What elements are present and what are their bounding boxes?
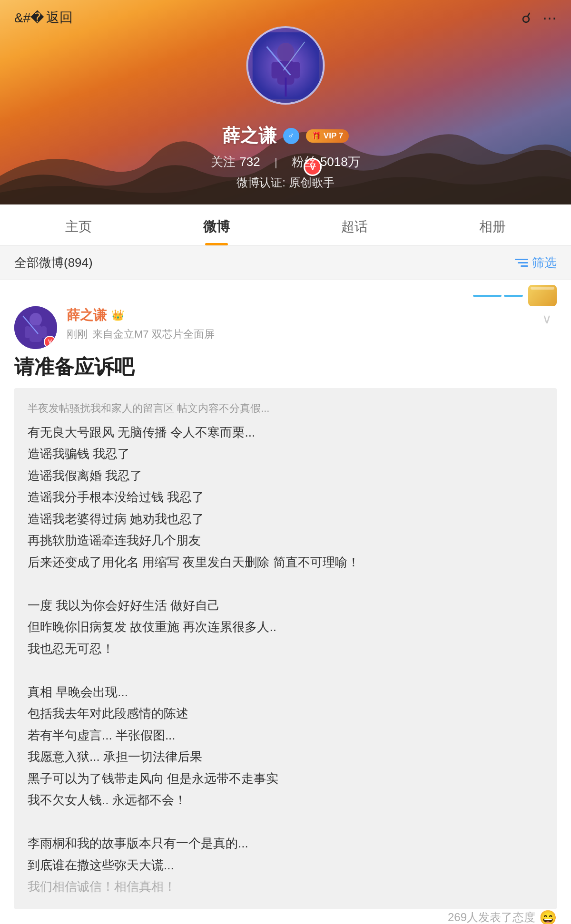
profile-name-row: 薛之谦 ♂ 🎁 VIP 7: [222, 124, 349, 148]
profile-avatar[interactable]: [246, 26, 325, 105]
top-nav: &#� 返回 ☌ ⋯: [0, 0, 571, 31]
post-content-line-3: 造谣我假离婚 我忍了: [28, 465, 543, 487]
post-title: 请准备应诉吧: [14, 349, 557, 388]
post-title-container: 请准备应诉吧: [0, 349, 571, 388]
wave-1: [473, 295, 502, 297]
post-content-line-15: 黑子可以为了钱带走风向 但是永远带不走事实: [28, 768, 543, 790]
post-time: 刚刚: [67, 327, 88, 341]
post-content-line-10: 我也忍无可忍！: [28, 638, 543, 660]
tab-album-label: 相册: [479, 218, 506, 236]
gold-box-decoration: [528, 285, 557, 306]
post-author-name: 薛之谦: [67, 306, 107, 324]
tab-weibo-label: 微博: [203, 218, 230, 236]
svg-rect-12: [41, 326, 47, 338]
reaction-emoji: 😄: [539, 909, 557, 924]
filter-bar: 全部微博(894) 筛选: [0, 246, 571, 280]
post-content-line-2: 造谣我骗钱 我忍了: [28, 443, 543, 465]
filter-icon: [515, 259, 528, 267]
svg-rect-4: [292, 62, 300, 78]
following-label: 关注: [211, 154, 236, 170]
gender-badge: ♂: [283, 128, 299, 144]
tab-supertopic[interactable]: 超话: [286, 204, 423, 245]
fans-count: 5018万: [320, 154, 360, 170]
post-content-line-19: 我们相信诚信！相信真相！: [28, 876, 543, 898]
profile-tabs: 主页 微博 超话 相册: [0, 204, 571, 246]
post-content-box: 半夜发帖骚扰我和家人的留言区 帖文内容不分真假... 有无良大号跟风 无脑传播 …: [14, 388, 557, 909]
wave-decoration: [473, 285, 557, 306]
post-content-line-12: 包括我去年对此段感情的陈述: [28, 703, 543, 725]
profile-stats: 关注 732 | 粉丝 5018万: [211, 154, 360, 170]
post-content-line-13: 若有半句虚言... 半张假图...: [28, 725, 543, 747]
post-content-line-9: 但昨晚你旧病复发 故伎重施 再次连累很多人..: [28, 616, 543, 638]
post-content-blurred: 半夜发帖骚扰我和家人的留言区 帖文内容不分真假...: [28, 399, 543, 418]
svg-point-9: [30, 313, 42, 326]
post-content-line-6: 再挑软肋造谣牵连我好几个朋友: [28, 530, 543, 552]
profile-name: 薛之谦: [222, 124, 276, 148]
post-vip-dot: V: [44, 336, 56, 348]
following-count: 732: [239, 155, 260, 169]
post-section: V 薛之谦 👑 刚刚 来自金立M7 双芯片全面屏 ∨ 请准备应诉吧 半夜发帖骚扰…: [0, 306, 571, 924]
back-arrow-icon: &#�: [14, 10, 44, 26]
post-source: 来自金立M7 双芯片全面屏: [92, 327, 215, 341]
crown-icon: 🎁: [312, 131, 321, 140]
tab-supertopic-label: 超话: [341, 218, 368, 236]
post-crown-icon: 👑: [111, 309, 124, 321]
vip-badge: 🎁 VIP 7: [306, 129, 349, 143]
reaction-row: 269人发表了态度 😄: [0, 909, 571, 924]
svg-rect-11: [25, 326, 30, 338]
stats-divider: |: [275, 156, 277, 169]
post-content-line-11: 真相 早晚会出现...: [28, 681, 543, 703]
nav-icons: ☌ ⋯: [522, 10, 557, 26]
svg-rect-3: [271, 62, 279, 78]
decoration-row: [0, 280, 571, 306]
total-count-label: 全部微博(894): [14, 254, 93, 271]
tab-home-label: 主页: [65, 218, 92, 236]
post-content-line-8: 一度 我以为你会好好生活 做好自己: [28, 595, 543, 617]
post-content-area: 半夜发帖骚扰我和家人的留言区 帖文内容不分真假... 有无良大号跟风 无脑传播 …: [0, 388, 571, 909]
fans-label: 粉丝: [292, 154, 316, 170]
post-content-line-16: 我不欠女人钱.. 永远都不会！: [28, 789, 543, 811]
reaction-count-text: 269人发表了态度: [448, 910, 535, 924]
filter-label: 筛选: [532, 254, 557, 271]
wave-2: [504, 295, 523, 297]
back-button[interactable]: &#� 返回: [14, 9, 73, 27]
tab-album[interactable]: 相册: [423, 204, 561, 245]
post-meta: 薛之谦 👑 刚刚 来自金立M7 双芯片全面屏: [67, 306, 528, 341]
profile-bio: 微博认证: 原创歌手: [236, 175, 334, 190]
filter-button[interactable]: 筛选: [515, 254, 557, 271]
post-content-line-17: 李雨桐和我的故事版本只有一个是真的...: [28, 833, 543, 855]
post-expand-button[interactable]: ∨: [537, 306, 557, 331]
svg-rect-5: [285, 78, 286, 97]
tab-weibo[interactable]: 微博: [148, 204, 286, 245]
search-icon[interactable]: ☌: [522, 10, 531, 26]
post-content-line-18: 到底谁在撒这些弥天大谎...: [28, 855, 543, 876]
post-content-line-7: 后来还变成了用化名 用缩写 夜里发白天删除 简直不可理喻！: [28, 552, 543, 574]
svg-rect-10: [30, 325, 42, 342]
post-content-line-5: 造谣我老婆得过病 她劝我也忍了: [28, 508, 543, 530]
more-icon[interactable]: ⋯: [542, 10, 557, 26]
vip-level: VIP 7: [324, 131, 343, 141]
back-label: 返回: [46, 9, 73, 27]
post-header: V 薛之谦 👑 刚刚 来自金立M7 双芯片全面屏 ∨: [0, 306, 571, 349]
post-content-line-14: 我愿意入狱... 承担一切法律后果: [28, 746, 543, 768]
post-author-avatar[interactable]: V: [14, 306, 57, 349]
gender-icon: ♂: [288, 131, 295, 141]
tab-home[interactable]: 主页: [10, 204, 148, 245]
post-content-line-1: 有无良大号跟风 无脑传播 令人不寒而栗...: [28, 422, 543, 444]
post-content-line-4: 造谣我分手根本没给过钱 我忍了: [28, 486, 543, 508]
